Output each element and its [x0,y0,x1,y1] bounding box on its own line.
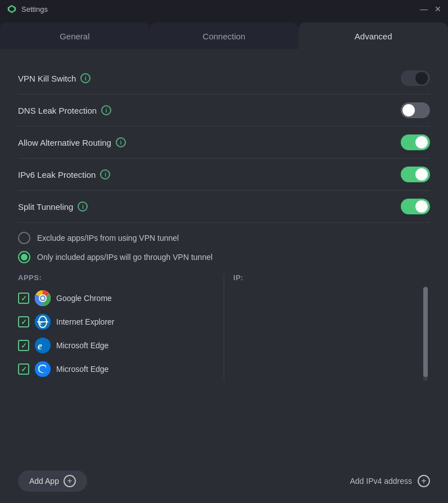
microsoft-edge-new-icon [35,361,51,377]
scrollbar-thumb[interactable] [423,287,428,377]
tab-advanced[interactable]: Advanced [298,23,448,49]
vpn-kill-switch-toggle[interactable] [401,70,430,86]
split-tunneling-toggle[interactable] [401,199,430,214]
internet-explorer-icon: e [35,314,51,330]
svg-text:e: e [39,318,43,326]
microsoft-edge-old-icon: e [35,338,51,353]
split-tunneling-label: Split Tunneling [18,202,73,212]
split-tunneling-info-icon[interactable]: i [78,201,88,212]
add-app-label: Add App [29,477,59,486]
scrollbar-track [423,287,428,381]
svg-text:e: e [38,340,42,352]
split-section: APPS: ✓ [18,273,430,381]
list-item: ✓ e Microsoft Edge [18,334,215,357]
app-checkbox-microsoft-edge-new[interactable]: ✓ [18,363,29,375]
add-ipv4-plus-icon[interactable]: + [418,475,430,487]
radio-include-only-label: Only included apps/IPs will go through V… [37,253,212,262]
list-item: ✓ e Internet Explorer [18,310,215,334]
radio-exclude-button[interactable] [18,232,30,244]
radio-exclude-label: Exclude apps/IPs from using VPN tunnel [37,233,179,242]
radio-include-only[interactable]: Only included apps/IPs will go through V… [18,248,430,267]
allow-alternative-routing-label: Allow Alternative Routing [18,138,111,147]
app-checkbox-microsoft-edge-old[interactable]: ✓ [18,340,29,351]
app-checkbox-internet-explorer[interactable]: ✓ [18,316,29,327]
radio-include-only-button[interactable] [18,251,30,263]
svg-point-13 [35,361,51,377]
app-checkbox-google-chrome[interactable]: ✓ [18,293,29,304]
app-name-internet-explorer: Internet Explorer [56,317,115,326]
radio-section: Exclude apps/IPs from using VPN tunnel O… [18,223,430,269]
apps-column: APPS: ✓ [18,273,224,381]
app-name-google-chrome: Google Chrome [56,294,112,303]
add-ipv4-row: Add IPv4 address + [350,475,430,487]
list-item: ✓ Microsoft Edge [18,357,215,381]
ipv6-leak-protection-toggle[interactable] [401,167,430,182]
setting-vpn-kill-switch: VPN Kill Switch i [18,62,430,95]
setting-split-tunneling: Split Tunneling i [18,191,430,223]
allow-alternative-routing-info-icon[interactable]: i [116,137,126,147]
google-chrome-icon [35,290,51,306]
title-bar: Settings — ✕ [0,0,448,18]
dns-leak-protection-info-icon[interactable]: i [101,105,111,115]
tab-connection[interactable]: Connection [150,23,299,49]
minimize-button[interactable]: — [420,5,428,13]
list-item: ✓ [18,286,215,310]
add-app-button[interactable]: Add App + [18,470,87,492]
title-controls: — ✕ [420,5,441,13]
bottom-bar: Add App + Add IPv4 address + [0,464,448,503]
svg-point-6 [41,297,44,300]
radio-exclude[interactable]: Exclude apps/IPs from using VPN tunnel [18,228,430,248]
allow-alternative-routing-toggle[interactable] [401,134,430,150]
setting-dns-leak-protection: DNS Leak Protection i [18,95,430,127]
tabs: General Connection Advanced [0,18,448,49]
app-name-microsoft-edge-new: Microsoft Edge [56,365,108,374]
dns-leak-protection-label: DNS Leak Protection [18,106,97,115]
dns-leak-protection-toggle[interactable] [401,102,430,118]
radio-include-only-indicator [21,254,28,261]
setting-ipv6-leak-protection: IPv6 Leak Protection i [18,159,430,191]
add-app-plus-icon: + [64,475,76,487]
tab-general[interactable]: General [0,23,150,49]
ipv6-leak-protection-info-icon[interactable]: i [100,169,110,179]
vpn-kill-switch-label: VPN Kill Switch [18,74,76,83]
add-ipv4-label[interactable]: Add IPv4 address [350,477,412,486]
title-text: Settings [21,5,48,14]
ip-section-label: IP: [233,273,430,282]
app-icon [7,4,17,14]
vpn-kill-switch-info-icon[interactable]: i [80,73,90,83]
main-content: VPN Kill Switch i DNS Leak Protection i … [0,49,448,390]
ipv6-leak-protection-label: IPv6 Leak Protection [18,170,96,179]
ip-column: IP: [224,273,430,381]
apps-section-label: APPS: [18,273,215,282]
title-bar-left: Settings [7,4,48,14]
close-button[interactable]: ✕ [435,5,441,13]
setting-allow-alternative-routing: Allow Alternative Routing i [18,127,430,159]
app-name-microsoft-edge-old: Microsoft Edge [56,341,108,350]
